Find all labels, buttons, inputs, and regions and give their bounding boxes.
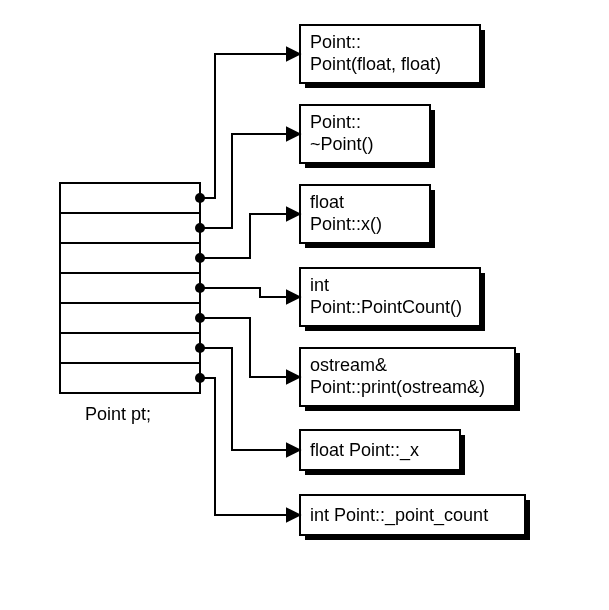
arrow-slot-2 bbox=[200, 214, 300, 258]
class-layout-diagram: Point pt; Point:: Point(float, float) Po… bbox=[0, 0, 609, 610]
svg-text:Point::print(ostream&): Point::print(ostream&) bbox=[310, 377, 485, 397]
svg-rect-0 bbox=[60, 183, 200, 393]
box-point-count-data: int Point::_point_count bbox=[300, 495, 530, 540]
svg-text:ostream&: ostream& bbox=[310, 355, 387, 375]
box-point-dtor: Point:: ~Point() bbox=[300, 105, 435, 168]
svg-text:Point::PointCount(): Point::PointCount() bbox=[310, 297, 462, 317]
svg-text:Point::: Point:: bbox=[310, 32, 361, 52]
svg-text:int Point::_point_count: int Point::_point_count bbox=[310, 505, 488, 526]
svg-text:Point::: Point:: bbox=[310, 112, 361, 132]
arrow-slot-6 bbox=[200, 378, 300, 515]
box-point-ctor: Point:: Point(float, float) bbox=[300, 25, 485, 88]
svg-text:~Point(): ~Point() bbox=[310, 134, 374, 154]
box-point-print: ostream& Point::print(ostream&) bbox=[300, 348, 520, 411]
svg-text:int: int bbox=[310, 275, 329, 295]
svg-text:Point(float, float): Point(float, float) bbox=[310, 54, 441, 74]
object-caption: Point pt; bbox=[85, 404, 151, 424]
box-point-count: int Point::PointCount() bbox=[300, 268, 485, 331]
svg-text:Point::x(): Point::x() bbox=[310, 214, 382, 234]
svg-text:float: float bbox=[310, 192, 344, 212]
svg-text:float Point::_x: float Point::_x bbox=[310, 440, 419, 461]
object-table bbox=[60, 183, 205, 393]
box-point-x-data: float Point::_x bbox=[300, 430, 465, 475]
arrow-slot-3 bbox=[200, 288, 300, 297]
box-point-x: float Point::x() bbox=[300, 185, 435, 248]
arrow-slot-0 bbox=[200, 54, 300, 198]
